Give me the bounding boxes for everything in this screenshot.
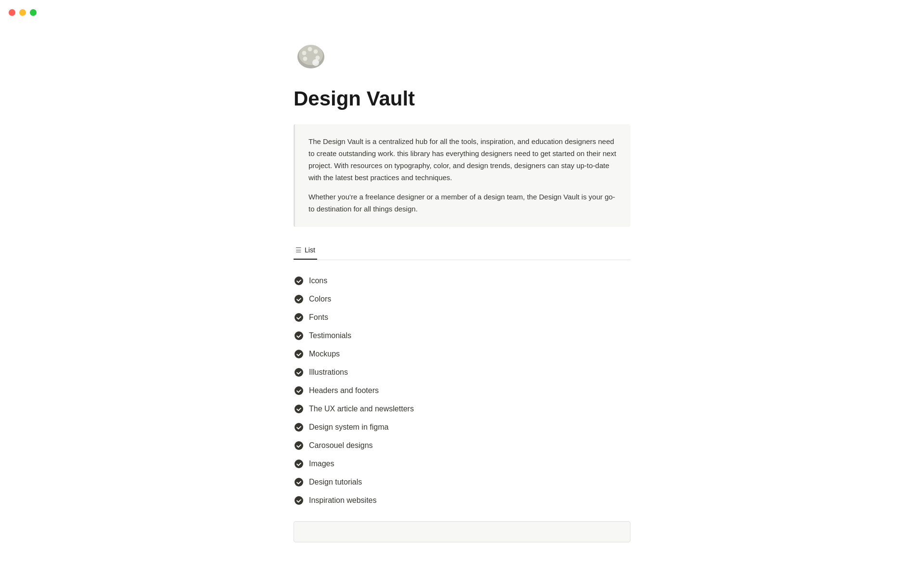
svg-point-8 [295,276,303,285]
svg-point-18 [295,460,303,468]
item-label: Illustrations [309,367,348,378]
check-icon [294,404,304,414]
page-icon [294,39,630,75]
svg-point-7 [312,59,319,66]
svg-point-15 [295,405,303,413]
page-content: Design Vault The Design Vault is a centr… [245,0,679,578]
check-icon [294,459,304,469]
check-icon [294,440,304,451]
item-label: The UX article and newsletters [309,403,414,415]
minimize-button[interactable] [19,9,26,16]
description-block: The Design Vault is a centralized hub fo… [294,124,630,227]
list-item[interactable]: Illustrations [294,363,630,381]
item-label: Mockups [309,348,340,360]
tab-list-label: List [305,246,315,254]
svg-point-4 [314,50,318,54]
svg-point-16 [295,423,303,432]
svg-point-12 [295,350,303,358]
list-item[interactable]: Icons [294,272,630,290]
list-item[interactable]: Images [294,455,630,473]
svg-point-13 [295,368,303,377]
bottom-bar [294,521,630,542]
page-title: Design Vault [294,87,630,111]
item-label: Headers and footers [309,385,379,396]
svg-point-11 [295,331,303,340]
list-item[interactable]: Colors [294,290,630,308]
check-icon [294,330,304,341]
check-icon [294,312,304,323]
close-button[interactable] [9,9,15,16]
list-item[interactable]: Design tutorials [294,473,630,491]
list-item[interactable]: Headers and footers [294,381,630,400]
list-tab-icon: ☰ [295,246,302,254]
item-label: Icons [309,275,327,287]
item-label: Fonts [309,312,328,323]
check-icon [294,349,304,359]
list-item[interactable]: Mockups [294,345,630,363]
svg-point-19 [295,478,303,486]
list-item[interactable]: Design system in figma [294,418,630,436]
svg-point-6 [303,57,308,61]
check-icon [294,422,304,433]
item-label: Design system in figma [309,421,388,433]
tab-list[interactable]: ☰ List [294,242,317,260]
item-label: Inspiration websites [309,495,377,506]
check-icon [294,276,304,286]
list-item[interactable]: Carosouel designs [294,436,630,455]
svg-point-20 [295,496,303,505]
item-label: Design tutorials [309,476,362,488]
description-paragraph-1: The Design Vault is a centralized hub fo… [308,136,617,184]
description-paragraph-2: Whether you're a freelance designer or a… [308,191,617,215]
item-label: Colors [309,293,331,305]
item-label: Carosouel designs [309,440,373,451]
titlebar [0,0,924,25]
svg-point-2 [302,51,307,55]
list-item[interactable]: Fonts [294,308,630,327]
svg-point-14 [295,386,303,395]
check-icon [294,294,304,304]
list-container: Icons Colors Fonts [294,272,630,510]
item-label: Testimonials [309,330,351,342]
tab-bar: ☰ List [294,242,630,260]
list-item[interactable]: The UX article and newsletters [294,400,630,418]
item-label: Images [309,458,334,470]
list-item[interactable]: Inspiration websites [294,491,630,510]
svg-point-10 [295,313,303,322]
check-icon [294,477,304,487]
check-icon [294,385,304,396]
check-icon [294,367,304,378]
svg-point-17 [295,441,303,450]
maximize-button[interactable] [30,9,37,16]
svg-point-9 [295,295,303,303]
list-item[interactable]: Testimonials [294,327,630,345]
svg-point-3 [308,47,312,52]
check-icon [294,495,304,506]
